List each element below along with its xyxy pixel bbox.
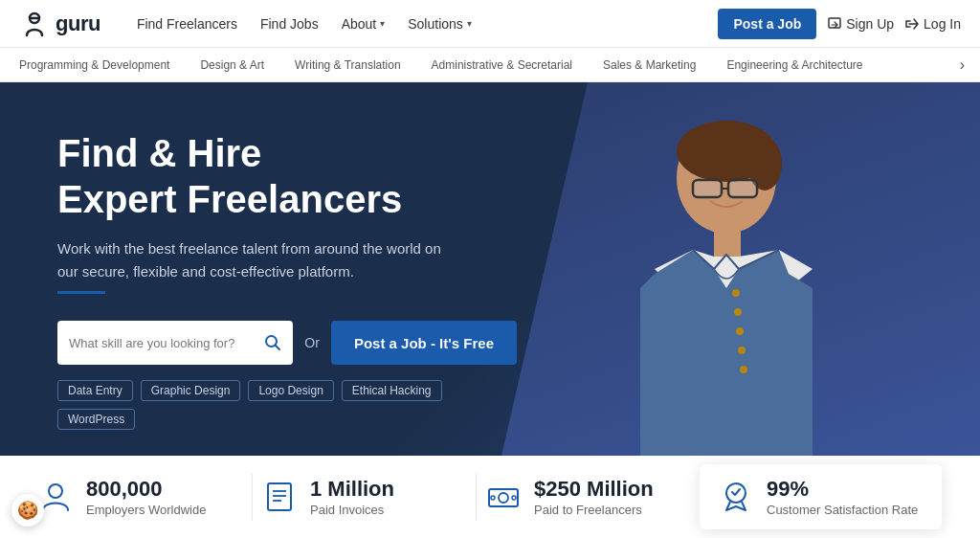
svg-rect-9 (714, 228, 741, 257)
nav-actions: Post a Job Sign Up Log In (718, 9, 961, 39)
skill-tag-data-entry[interactable]: Data Entry (57, 380, 133, 401)
category-programming[interactable]: Programming & Development (19, 48, 185, 81)
svg-rect-18 (268, 483, 291, 510)
login-button[interactable]: Log In (905, 16, 961, 32)
stat-paid-text: $250 Million Paid to Freelancers (534, 477, 654, 516)
skill-tags: Data Entry Graphic Design Logo Design Et… (57, 380, 517, 430)
svg-rect-7 (728, 180, 757, 197)
stat-employers-number: 800,000 (86, 477, 206, 502)
top-navigation: guru Find Freelancers Find Jobs About ▾ … (0, 0, 980, 48)
post-job-nav-button[interactable]: Post a Job (718, 9, 816, 39)
hero-subtitle: Work with the best freelance talent from… (57, 237, 459, 283)
svg-point-17 (49, 484, 62, 498)
stat-paid: $250 Million Paid to Freelancers (486, 477, 690, 516)
hero-title: Find & Hire Expert Freelancers (57, 130, 517, 222)
stat-satisfaction: 99% Customer Satisfaction Rate (700, 464, 942, 529)
category-bar: Programming & Development Design & Art W… (0, 48, 980, 82)
stat-satisfaction-number: 99% (767, 477, 918, 502)
post-job-hero-button[interactable]: Post a Job - It's Free (331, 321, 517, 365)
stat-satisfaction-label: Customer Satisfaction Rate (767, 503, 918, 517)
search-input[interactable] (69, 336, 256, 350)
search-row: Or Post a Job - It's Free (57, 321, 517, 365)
svg-line-16 (276, 346, 280, 350)
stat-divider-1 (252, 473, 253, 521)
about-chevron-icon: ▾ (380, 18, 385, 29)
stat-paid-number: $250 Million (534, 477, 654, 502)
category-scroll-right-icon[interactable]: › (960, 56, 965, 74)
nav-find-freelancers[interactable]: Find Freelancers (137, 16, 237, 32)
svg-point-12 (736, 327, 744, 335)
nav-about[interactable]: About ▾ (342, 16, 386, 32)
nav-links: Find Freelancers Find Jobs About ▾ Solut… (137, 16, 692, 32)
svg-rect-22 (489, 489, 518, 506)
category-sales[interactable]: Sales & Marketing (588, 48, 711, 81)
svg-point-10 (732, 289, 740, 297)
hero-person-photo (540, 82, 903, 456)
stat-invoices: 1 Million Paid Invoices (262, 477, 466, 516)
stat-employers-label: Employers Worldwide (86, 503, 206, 517)
svg-point-25 (512, 496, 516, 500)
money-icon (486, 480, 521, 514)
search-box (57, 321, 293, 365)
category-writing[interactable]: Writing & Translation (279, 48, 416, 81)
logo-text: guru (56, 11, 100, 36)
stat-employers-text: 800,000 Employers Worldwide (86, 477, 206, 516)
hero-accent-line (57, 291, 105, 294)
award-icon (719, 480, 753, 514)
stat-employers: 800,000 Employers Worldwide (38, 477, 242, 516)
stat-paid-label: Paid to Freelancers (534, 503, 654, 517)
solutions-chevron-icon: ▾ (467, 18, 472, 29)
svg-rect-6 (693, 180, 722, 197)
stat-invoices-number: 1 Million (310, 477, 394, 502)
signup-icon (828, 17, 841, 31)
skill-tag-wordpress[interactable]: WordPress (57, 409, 135, 430)
cookie-icon: 🍪 (17, 500, 38, 521)
stat-invoices-label: Paid Invoices (310, 503, 394, 517)
svg-point-14 (740, 366, 747, 373)
hero-content: Find & Hire Expert Freelancers Work with… (0, 82, 574, 456)
cookie-notice-button[interactable]: 🍪 (11, 494, 44, 527)
skill-tag-ethical-hacking[interactable]: Ethical Hacking (342, 380, 442, 401)
person-illustration (578, 101, 865, 456)
stat-invoices-text: 1 Million Paid Invoices (310, 477, 394, 516)
svg-point-11 (734, 308, 742, 316)
svg-point-23 (499, 493, 508, 503)
nav-solutions[interactable]: Solutions ▾ (408, 16, 472, 32)
stat-satisfaction-text: 99% Customer Satisfaction Rate (767, 477, 918, 516)
category-design[interactable]: Design & Art (185, 48, 279, 81)
category-admin[interactable]: Administrative & Secretarial (416, 48, 588, 81)
nav-find-jobs[interactable]: Find Jobs (260, 16, 319, 32)
signup-button[interactable]: Sign Up (828, 16, 894, 32)
login-icon (905, 17, 919, 31)
svg-point-24 (491, 496, 495, 500)
or-separator: Or (304, 335, 320, 350)
hero-section: Find & Hire Expert Freelancers Work with… (0, 82, 980, 456)
svg-rect-2 (829, 18, 840, 28)
skill-tag-logo-design[interactable]: Logo Design (248, 380, 333, 401)
guru-logo-icon (19, 9, 50, 39)
stat-divider-2 (476, 473, 477, 521)
skill-tag-graphic-design[interactable]: Graphic Design (141, 380, 241, 401)
search-icon (264, 334, 281, 351)
stats-bar: 800,000 Employers Worldwide 1 Million Pa… (0, 456, 980, 538)
invoice-icon (262, 480, 297, 514)
svg-point-13 (738, 347, 746, 354)
category-engineering[interactable]: Engineering & Architecture (711, 48, 878, 81)
logo[interactable]: guru (19, 9, 100, 39)
